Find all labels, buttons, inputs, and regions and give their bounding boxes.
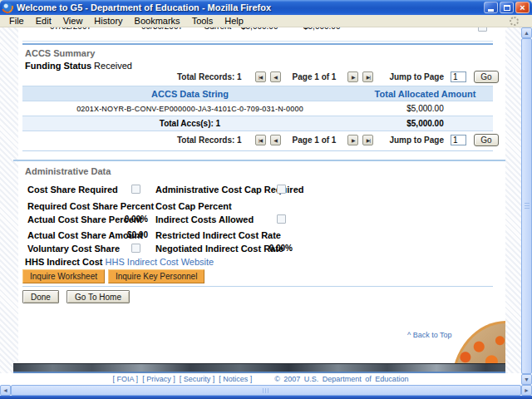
menu-history[interactable]: History xyxy=(88,15,128,27)
minimize-icon xyxy=(488,9,494,12)
total-accs-amount: $5,000.00 xyxy=(357,119,493,128)
total-records-label: Total Records: 1 xyxy=(177,135,242,145)
menu-view[interactable]: View xyxy=(57,15,89,27)
cost-share-required-label: Cost Share Required xyxy=(27,185,118,195)
admin-row: Required Cost Share Percent Cost Cap Per… xyxy=(27,201,377,213)
admin-cost-cap-required-checkbox[interactable] xyxy=(277,185,286,194)
menu-bookmarks[interactable]: Bookmarks xyxy=(129,15,186,27)
total-records-label: Total Records: 1 xyxy=(177,72,242,81)
menu-file[interactable]: File xyxy=(3,15,30,27)
accs-summary-heading: ACCS Summary xyxy=(25,48,95,58)
first-page-icon: |◀ xyxy=(259,137,262,143)
indirect-costs-allowed-checkbox[interactable] xyxy=(277,214,286,224)
go-to-home-button[interactable]: Go To Home xyxy=(66,290,130,303)
indirect-costs-allowed-label: Indirect Costs Allowed xyxy=(155,214,254,224)
hhs-indirect-cost-label: HHS Indirect Cost xyxy=(25,257,103,267)
back-to-top-link[interactable]: ^ Back to Top xyxy=(407,331,452,339)
close-button[interactable]: × xyxy=(515,2,530,13)
next-page-button[interactable]: ▶ xyxy=(347,135,358,145)
last-page-icon: ▶| xyxy=(367,137,370,143)
total-accs-label: Total Accs(s): 1 xyxy=(22,119,357,128)
footer-notices-link[interactable]: [ Notices ] xyxy=(219,375,252,383)
hhs-indirect-cost-row: HHS Indirect Cost HHS Indirect Cost Webs… xyxy=(25,257,214,267)
hhs-indirect-cost-website-link[interactable]: HHS Indirect Cost Website xyxy=(106,257,214,267)
col-total-allocated-amount: Total Allocated Amount xyxy=(357,89,493,99)
voluntary-cost-share-checkbox[interactable] xyxy=(131,244,140,253)
scrollbar-grip xyxy=(263,388,269,393)
clipped-amount-1: $5,000.00 xyxy=(241,27,278,31)
footer-foia-link[interactable]: [ FOIA ] xyxy=(113,375,139,383)
prev-page-button[interactable]: ◀ xyxy=(270,71,281,82)
menu-bar: File Edit View History Bookmarks Tools H… xyxy=(0,15,532,27)
clipped-row-checkbox[interactable] xyxy=(478,27,487,32)
jump-to-page-input[interactable] xyxy=(451,135,466,145)
footer-privacy-link[interactable]: [ Privacy ] xyxy=(142,375,175,383)
go-button[interactable]: Go xyxy=(474,134,499,146)
inquire-key-personnel-button[interactable]: Inquire Key Personnel xyxy=(108,269,204,283)
close-icon: × xyxy=(520,3,525,12)
allocated-amount-value: $5,000.00 xyxy=(357,104,493,113)
prev-page-button[interactable]: ◀ xyxy=(270,135,281,145)
horizontal-scrollbar-thumb[interactable] xyxy=(11,385,521,396)
administrative-data-heading: Administrative Data xyxy=(25,166,111,176)
admin-row: Cost Share Required Administrative Cost … xyxy=(27,185,377,196)
menu-help[interactable]: Help xyxy=(219,15,249,27)
maximize-button[interactable] xyxy=(500,2,514,13)
funding-status-value: Received xyxy=(94,61,132,71)
divider xyxy=(13,160,505,161)
pagination-top: Total Records: 1 |◀ ◀ Page 1 of 1 ▶ ▶| J… xyxy=(177,71,499,83)
menu-edit[interactable]: Edit xyxy=(30,15,57,27)
inquire-worksheet-button[interactable]: Inquire Worksheet xyxy=(22,269,105,283)
table-header-row: ACCS Data String Total Allocated Amount xyxy=(22,86,493,101)
page-indicator: Page 1 of 1 xyxy=(293,135,337,145)
funding-status-label: Funding Status xyxy=(25,61,91,71)
restricted-indirect-cost-rate-label: Restricted Indirect Cost Rate xyxy=(155,230,281,240)
scroll-right-icon[interactable]: ► xyxy=(521,385,532,396)
jump-to-page-input[interactable] xyxy=(451,71,466,82)
page-viewport: 07/02/2007 09/30/2007 Current $5,000.00 … xyxy=(0,27,521,385)
vertical-scrollbar[interactable]: ▲ ▼ xyxy=(521,27,532,385)
vertical-scrollbar-thumb[interactable] xyxy=(521,38,532,374)
done-button[interactable]: Done xyxy=(22,290,59,303)
accs-data-string-value: 0201X-NOYR-B-CONV-EP000000-JA3-4101C-0-7… xyxy=(22,105,357,113)
table-row: 0201X-NOYR-B-CONV-EP000000-JA3-4101C-0-7… xyxy=(22,101,493,116)
window-bottom-border xyxy=(0,396,532,399)
window-title: Welcome to G5 - Department of Education … xyxy=(17,2,484,12)
inquire-actions: Inquire Worksheet Inquire Key Personnel xyxy=(22,269,204,283)
prev-page-icon: ◀ xyxy=(273,137,277,143)
divider xyxy=(22,150,493,151)
clipped-status: Current xyxy=(204,27,231,31)
go-button[interactable]: Go xyxy=(474,71,499,83)
next-page-button[interactable]: ▶ xyxy=(347,71,358,82)
first-page-button[interactable]: |◀ xyxy=(255,135,266,145)
footer-security-link[interactable]: [ Security ] xyxy=(180,375,215,383)
minimize-button[interactable] xyxy=(484,2,498,13)
horizontal-scrollbar[interactable]: ◄ ► xyxy=(0,385,532,396)
clipped-end-date: 09/30/2007 xyxy=(141,27,183,31)
cost-share-required-checkbox[interactable] xyxy=(131,185,140,194)
scroll-up-icon[interactable]: ▲ xyxy=(521,27,532,38)
admin-row: Actual Cost Share Percent 0.00% Indirect… xyxy=(27,214,377,226)
page-footer: [ FOIA ] [ Privacy ] [ Security ] [ Noti… xyxy=(0,373,521,385)
firefox-icon xyxy=(2,2,12,12)
clipped-amount-2: $5,000.00 xyxy=(303,27,341,31)
scroll-left-icon[interactable]: ◄ xyxy=(0,385,11,396)
divider xyxy=(22,43,493,45)
scroll-down-icon[interactable]: ▼ xyxy=(521,374,532,385)
negotiated-indirect-cost-rate-value: 0.00% xyxy=(255,244,293,253)
col-accs-data-string: ACCS Data String xyxy=(22,89,357,99)
title-bar: Welcome to G5 - Department of Education … xyxy=(0,0,532,15)
pagination-bottom: Total Records: 1 |◀ ◀ Page 1 of 1 ▶ ▶| J… xyxy=(177,134,499,146)
clipped-start-date: 07/02/2007 xyxy=(50,27,91,31)
next-page-icon: ▶ xyxy=(352,137,355,143)
last-page-button[interactable]: ▶| xyxy=(362,135,373,145)
scrollbar-grip xyxy=(525,203,530,209)
menu-tools[interactable]: Tools xyxy=(186,15,219,27)
admin-row: Voluntary Cost Share Negotiated Indirect… xyxy=(27,244,377,255)
funding-status-row: Funding Status Received xyxy=(25,61,132,71)
last-page-button[interactable]: ▶| xyxy=(362,71,373,82)
first-page-button[interactable]: |◀ xyxy=(255,71,266,82)
last-page-icon: ▶| xyxy=(367,74,370,80)
metallic-divider-bar xyxy=(13,363,505,372)
divider xyxy=(22,286,493,287)
